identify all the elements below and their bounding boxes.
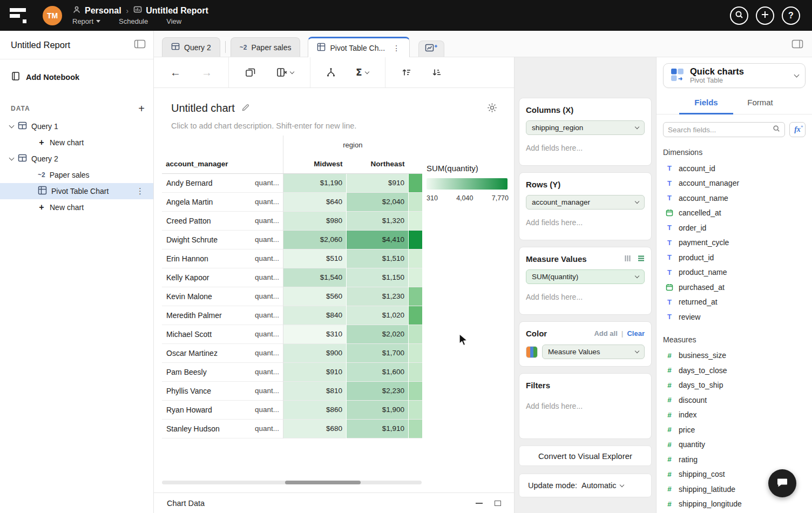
chart-description-placeholder[interactable]: Click to add chart description. Shift-en… (171, 122, 356, 130)
columns-dropzone[interactable]: Add fields here... (526, 144, 645, 152)
pivot-cell[interactable]: $310 (283, 325, 347, 343)
columns-layout-icon[interactable] (624, 254, 631, 264)
collapse-sidebar-icon[interactable] (134, 39, 146, 51)
sidebar-item-new-chart[interactable]: +New chart (0, 199, 153, 215)
dimension-field-account_manager[interactable]: Taccount_manager (663, 176, 806, 191)
dimension-field-payment_cycle[interactable]: Tpayment_cycle (663, 235, 806, 251)
sort-descending-icon[interactable] (432, 68, 442, 77)
undo-icon[interactable]: ← (170, 66, 181, 79)
column-header[interactable]: Northeast (347, 154, 409, 173)
pivot-cell[interactable]: $1,230 (347, 287, 409, 306)
column-header[interactable]: Midwest (283, 154, 347, 173)
report-title[interactable]: Untitled Report (146, 6, 208, 16)
clear-link[interactable]: Clear (627, 329, 645, 338)
update-mode-select[interactable]: Automatic (581, 481, 623, 490)
filters-dropzone[interactable]: Add fields here... (526, 402, 645, 410)
pivot-cell[interactable]: $860 (283, 400, 347, 419)
expand-panel-icon[interactable] (791, 39, 803, 51)
workspace-name[interactable]: Personal (85, 6, 121, 16)
add-notebook-button[interactable]: Add Notebook (0, 59, 153, 88)
pivot-cell-partial[interactable] (409, 325, 422, 343)
add-all-link[interactable]: Add all (594, 329, 617, 338)
aggregate-sigma-icon[interactable]: Σ (356, 67, 369, 78)
measure-dropzone[interactable]: Add fields here... (526, 293, 645, 301)
pivot-cell[interactable]: $810 (283, 381, 347, 400)
pivot-cell[interactable]: $2,060 (283, 230, 347, 249)
tab-format[interactable]: Format (733, 98, 787, 114)
pivot-cell-partial[interactable] (409, 192, 422, 211)
pivot-cell-partial[interactable] (409, 362, 422, 381)
pivot-cell-partial[interactable] (409, 173, 422, 192)
pivot-cell-partial[interactable] (409, 306, 422, 325)
duplicate-chart-icon[interactable] (245, 68, 256, 77)
dimension-field-cancelled_at[interactable]: cancelled_at (663, 206, 806, 221)
chart-data-label[interactable]: Chart Data (167, 499, 205, 508)
sort-ascending-icon[interactable] (402, 68, 411, 77)
pivot-cell-partial[interactable] (409, 230, 422, 249)
dimension-field-order_id[interactable]: Torder_id (663, 220, 806, 235)
pivot-cell[interactable]: $510 (283, 249, 347, 268)
quick-charts-selector[interactable]: Quick charts Pivot Table (663, 63, 806, 88)
rows-field-pill[interactable]: account_manager (526, 195, 645, 210)
pivot-cell[interactable]: $680 (283, 419, 347, 438)
chart-settings-gear-icon[interactable] (486, 102, 498, 116)
dimension-field-returned_at[interactable]: Treturned_at (663, 295, 806, 310)
remove-column-icon[interactable] (276, 68, 294, 77)
pivot-cell[interactable]: $1,900 (347, 400, 409, 419)
avatar[interactable]: TM (43, 6, 62, 25)
dimension-field-product_id[interactable]: Tproduct_id (663, 250, 806, 265)
tab-options-icon[interactable]: ⋮ (393, 44, 401, 52)
tab-fields[interactable]: Fields (679, 98, 733, 114)
dimension-field-product_name[interactable]: Tproduct_name (663, 265, 806, 280)
scrollbar-thumb[interactable] (285, 481, 361, 484)
measure-field-days_to_close[interactable]: #days_to_close (663, 363, 806, 378)
item-options-icon[interactable]: ⋮ (136, 186, 145, 196)
formula-fx-button[interactable]: fx+ (789, 122, 806, 137)
convert-to-visual-explorer-button[interactable]: Convert to Visual Explorer (519, 446, 652, 466)
tab-query-2[interactable]: Query 2 (162, 37, 220, 57)
pivot-cell-partial[interactable] (409, 268, 422, 287)
color-field-pill[interactable]: Measure Values (542, 345, 645, 359)
chevron-expanded-icon[interactable] (9, 156, 15, 161)
pivot-cell[interactable]: $1,150 (347, 268, 409, 287)
pivot-cell[interactable]: $2,020 (347, 325, 409, 343)
row-field-header[interactable]: account_manager (162, 154, 251, 173)
chevron-expanded-icon[interactable] (9, 123, 15, 129)
pivot-cell[interactable]: $2,230 (347, 381, 409, 400)
measure-field-shipping_longitude[interactable]: #shipping_longitude (663, 497, 806, 512)
measure-field-index[interactable]: #index (663, 408, 806, 423)
pivot-cell-partial[interactable] (409, 343, 422, 362)
pivot-cell-partial[interactable] (409, 211, 422, 230)
branch-icon[interactable] (327, 68, 335, 77)
pivot-cell[interactable]: $910 (283, 362, 347, 381)
field-search-input[interactable] (668, 126, 769, 134)
measure-field-days_to_ship[interactable]: #days_to_ship (663, 378, 806, 393)
measure-field-rating[interactable]: #rating (663, 452, 806, 467)
sidebar-item-pivot-table-chart[interactable]: Pivot Table Chart⋮ (0, 183, 153, 199)
color-swatch-icon[interactable] (526, 346, 538, 358)
help-button[interactable]: ? (782, 6, 800, 25)
rows-layout-icon[interactable] (638, 254, 645, 264)
pivot-cell[interactable]: $1,700 (347, 343, 409, 362)
pivot-cell[interactable]: $1,190 (283, 173, 347, 192)
pivot-cell[interactable]: $1,510 (347, 249, 409, 268)
field-search-box[interactable] (663, 122, 785, 137)
chart-title[interactable]: Untitled chart (171, 102, 235, 114)
sidebar-item-paper-sales[interactable]: ~2Paper sales (0, 167, 153, 183)
maximize-icon[interactable] (495, 501, 501, 506)
sidebar-item-query-1[interactable]: Query 1 (0, 118, 153, 134)
redo-icon[interactable]: → (201, 66, 212, 79)
pivot-cell[interactable]: $1,600 (347, 362, 409, 381)
add-data-button[interactable]: + (138, 103, 145, 114)
pivot-cell-partial[interactable] (409, 400, 422, 419)
measure-field-business_size[interactable]: #business_size (663, 348, 806, 363)
menu-report[interactable]: Report (72, 17, 100, 25)
dimension-field-account_name[interactable]: Taccount_name (663, 191, 806, 206)
pivot-cell[interactable]: $1,320 (347, 211, 409, 230)
pivot-cell[interactable]: $560 (283, 287, 347, 306)
pivot-cell[interactable]: $640 (283, 192, 347, 211)
pivot-cell[interactable]: $900 (283, 343, 347, 362)
measure-field-price[interactable]: #price (663, 422, 806, 437)
pivot-cell-partial[interactable] (409, 381, 422, 400)
dimension-field-purchased_at[interactable]: purchased_at (663, 280, 806, 295)
